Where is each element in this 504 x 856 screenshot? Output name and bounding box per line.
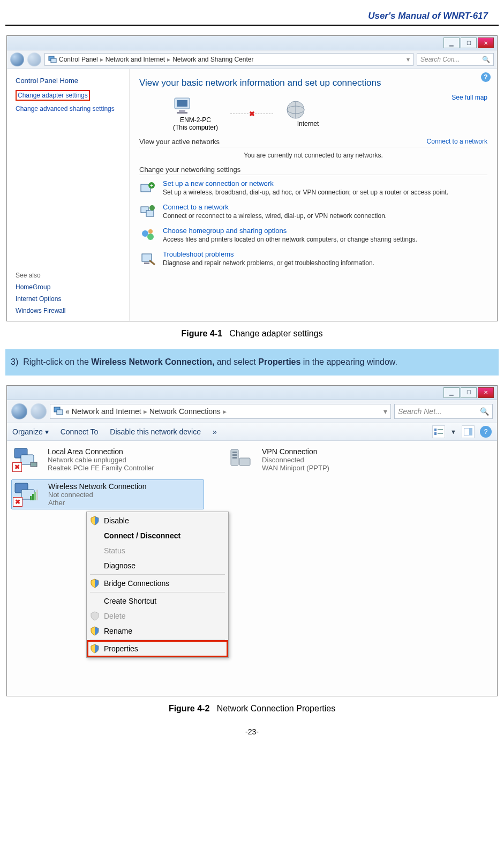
svg-text:+: + — [150, 183, 153, 189]
doc-header: User's Manual of WNRT-617 — [5, 11, 499, 26]
action-link[interactable]: Choose homegroup and sharing options — [163, 227, 487, 235]
internet-label: Internet — [284, 120, 332, 127]
address-bar: Control Panel▸ Network and Internet▸ Net… — [7, 50, 497, 69]
change-settings-label: Change your networking settings — [139, 166, 487, 174]
svg-rect-34 — [32, 494, 34, 500]
svg-rect-1 — [51, 58, 56, 63]
ctx-label: Properties — [104, 644, 138, 653]
preview-pane-button[interactable] — [462, 425, 475, 438]
maximize-button[interactable]: ☐ — [461, 387, 477, 398]
sidebar-item-advanced-sharing[interactable]: Change advanced sharing settings — [16, 105, 123, 112]
spacer-icon — [90, 546, 100, 555]
back-button[interactable] — [10, 52, 24, 66]
svg-rect-38 — [232, 452, 237, 453]
conn-hw: Ather — [48, 499, 147, 507]
ctx-status: Status — [88, 543, 227, 558]
window-titlebar: ▁ ☐ ✕ — [7, 386, 497, 400]
toolbar-disable-device[interactable]: Disable this network device — [110, 427, 201, 436]
figure-4-1-caption: Figure 4-1 Change adapter settings — [5, 329, 499, 339]
svg-point-16 — [147, 234, 154, 240]
help-icon[interactable]: ? — [481, 72, 491, 82]
minimize-button[interactable]: ▁ — [443, 387, 460, 398]
svg-rect-21 — [57, 410, 63, 415]
connection-wireless[interactable]: ✖ Wireless Network Connection Not connec… — [11, 479, 204, 509]
action-link[interactable]: Troubleshoot problems — [163, 250, 487, 258]
disconnected-icon: ✖ — [249, 110, 255, 118]
breadcrumb[interactable]: Control Panel▸ Network and Internet▸ Net… — [44, 53, 413, 66]
ctx-properties[interactable]: Properties — [88, 641, 227, 656]
conn-state: Disconnected — [262, 456, 329, 464]
ctx-disable[interactable]: Disable — [88, 513, 227, 528]
back-button[interactable] — [11, 403, 27, 419]
maximize-button[interactable]: ☐ — [461, 37, 477, 48]
conn-name: Local Area Connection — [48, 447, 154, 456]
sidebar-head: Control Panel Home — [16, 77, 123, 85]
sidebar-item-homegroup[interactable]: HomeGroup — [16, 283, 123, 291]
breadcrumb-seg[interactable]: Network and Sharing Center — [172, 56, 253, 63]
breadcrumb-seg[interactable]: Control Panel — [59, 56, 98, 63]
ctx-diagnose[interactable]: Diagnose — [88, 558, 227, 573]
ctx-rename[interactable]: Rename — [88, 624, 227, 639]
view-layout-button[interactable] — [432, 425, 445, 438]
active-networks-label: View your active networks Connect to a n… — [139, 138, 487, 146]
connection-lan[interactable]: ✖ Local Area Connection Network cable un… — [11, 445, 204, 474]
svg-rect-35 — [34, 492, 36, 500]
svg-rect-4 — [179, 110, 185, 112]
sidebar-item-change-adapter[interactable]: Change adapter settings — [16, 90, 123, 101]
shield-icon — [90, 644, 100, 654]
close-button[interactable]: ✕ — [478, 37, 494, 48]
sidebar-item-internet-options[interactable]: Internet Options — [16, 295, 123, 303]
breadcrumb-seg[interactable]: Network and Internet — [72, 407, 141, 416]
search-icon: 🔍 — [482, 56, 490, 63]
connect-to-network-link[interactable]: Connect to a network — [427, 138, 487, 145]
toolbar: Organize ▾ Connect To Disable this netwo… — [7, 423, 497, 441]
ctx-label: Rename — [104, 627, 132, 635]
action-connect[interactable]: Connect to a networkConnect or reconnect… — [139, 203, 487, 220]
action-desc: Diagnose and repair network problems, or… — [163, 259, 487, 267]
help-icon[interactable]: ? — [480, 426, 492, 438]
conn-hw: Realtek PCIe FE Family Controller — [48, 464, 154, 472]
ctx-label: Connect / Disconnect — [104, 531, 180, 540]
action-link[interactable]: Set up a new connection or network — [163, 179, 487, 187]
breadcrumb-seg[interactable]: Network Connections — [149, 407, 221, 416]
ctx-create-shortcut[interactable]: Create Shortcut — [88, 594, 227, 609]
screenshot-2: ▁ ☐ ✕ « Network and Internet▸ Network Co… — [6, 385, 498, 696]
search-input[interactable]: Search Net... 🔍 — [394, 404, 493, 419]
svg-rect-27 — [469, 428, 472, 435]
sidebar-item-firewall[interactable]: Windows Firewall — [16, 307, 123, 314]
ctx-bridge[interactable]: Bridge Connections — [88, 576, 227, 591]
conn-name: Wireless Network Connection — [48, 482, 147, 491]
action-homegroup[interactable]: Choose homegroup and sharing optionsAcce… — [139, 227, 487, 244]
connection-vpn[interactable]: VPN Connection Disconnected WAN Miniport… — [225, 445, 418, 474]
svg-rect-36 — [36, 490, 38, 500]
forward-button[interactable] — [31, 403, 47, 419]
vpn-icon — [228, 447, 257, 471]
search-placeholder: Search Net... — [398, 407, 442, 416]
context-menu: Disable Connect / Disconnect Status Diag… — [86, 512, 229, 658]
see-full-map-link[interactable]: See full map — [452, 94, 487, 101]
view-dropdown[interactable]: ▼ — [450, 429, 456, 435]
action-link[interactable]: Connect to a network — [163, 203, 487, 211]
minimize-button[interactable]: ▁ — [443, 37, 460, 48]
computer-icon — [171, 96, 195, 116]
ctx-label: Disable — [104, 516, 129, 525]
close-button[interactable]: ✕ — [478, 387, 494, 398]
ctx-connect-disconnect[interactable]: Connect / Disconnect — [88, 528, 227, 543]
action-desc: Set up a wireless, broadband, dial-up, a… — [163, 189, 487, 196]
page-title: View your basic network information and … — [139, 78, 487, 88]
toolbar-connect-to[interactable]: Connect To — [61, 427, 99, 436]
toolbar-more[interactable]: » — [213, 427, 217, 436]
toolbar-organize[interactable]: Organize ▾ — [12, 427, 49, 436]
breadcrumb[interactable]: « Network and Internet▸ Network Connecti… — [50, 404, 391, 419]
computer-sub: (This computer) — [173, 124, 218, 131]
action-setup-connection[interactable]: + Set up a new connection or networkSet … — [139, 179, 487, 197]
shield-icon — [90, 626, 100, 636]
network-icon — [54, 406, 63, 417]
breadcrumb-seg[interactable]: Network and Internet — [106, 56, 165, 63]
screenshot-1: ▁ ☐ ✕ Control Panel▸ Network and Interne… — [6, 35, 498, 321]
svg-rect-19 — [144, 262, 149, 264]
svg-rect-40 — [232, 457, 237, 459]
action-troubleshoot[interactable]: Troubleshoot problemsDiagnose and repair… — [139, 250, 487, 267]
forward-button[interactable] — [27, 52, 41, 66]
search-input[interactable]: Search Con... 🔍 — [417, 53, 494, 66]
